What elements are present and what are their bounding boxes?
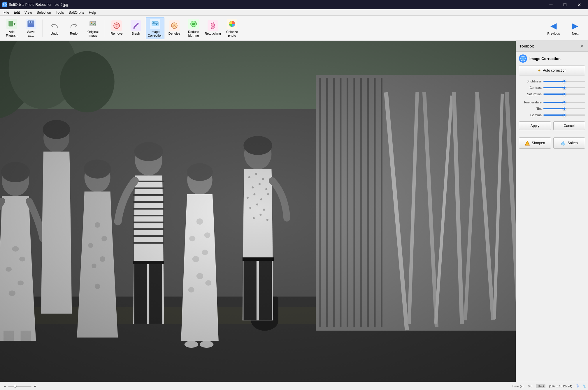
contrast-slider[interactable]: [543, 87, 585, 88]
toolbar-group-files: AddFile(s)... Saveas...: [2, 17, 40, 39]
original-svg: [89, 20, 97, 28]
zoom-in-button[interactable]: +: [33, 384, 37, 389]
menu-view[interactable]: View: [22, 10, 34, 15]
reduce-blurring-button[interactable]: Reduceblurring: [184, 17, 203, 39]
remove-button[interactable]: Remove: [107, 17, 126, 39]
brush-button[interactable]: Brush: [127, 17, 145, 39]
previous-arrow-icon: ◀: [550, 21, 557, 31]
menu-help[interactable]: Help: [87, 10, 99, 15]
canvas-area[interactable]: [0, 41, 516, 382]
time-label: Time (s):: [512, 384, 524, 388]
saturation-row: Saturation: [519, 92, 585, 96]
denoise-button[interactable]: Denoise: [165, 17, 184, 39]
svg-point-17: [173, 24, 174, 26]
title-bar-left: SO SoftOrbits Photo Retoucher - old-5.jp…: [2, 2, 68, 7]
toolbar-group-edit: Undo Redo OriginalImage: [45, 17, 102, 39]
zoom-thumb: [14, 385, 17, 388]
photo-svg: [0, 41, 516, 382]
denoise-svg: [170, 22, 178, 30]
minimize-button[interactable]: ─: [544, 0, 558, 9]
image-correction-button[interactable]: ImageCorrection: [146, 17, 164, 39]
sharpen-icon: [525, 140, 530, 146]
save-svg: [27, 20, 35, 28]
add-file-button[interactable]: AddFile(s)...: [2, 17, 21, 39]
denoise-label: Denoise: [168, 32, 180, 36]
window-title: SoftOrbits Photo Retoucher - old-5.jpg: [9, 3, 68, 7]
cancel-button[interactable]: Cancel: [553, 121, 585, 130]
svg-point-14: [153, 22, 155, 23]
format-badge: JPG: [536, 384, 545, 388]
soften-icon: [561, 140, 566, 146]
sharpen-button[interactable]: Sharpen: [519, 137, 551, 149]
menu-selection[interactable]: Selection: [34, 10, 53, 15]
gamma-thumb[interactable]: [563, 113, 566, 117]
menu-softorbits[interactable]: SoftOrbits: [66, 10, 86, 15]
original-image-button[interactable]: OriginalImage: [84, 17, 102, 39]
toolbar-group-tools: Remove Brush Imag: [107, 17, 241, 39]
denoise-icon: [169, 20, 180, 31]
add-file-icon: [6, 19, 17, 29]
sharpen-label: Sharpen: [532, 141, 545, 145]
retouching-button[interactable]: Retouching: [203, 17, 222, 39]
next-arrow-icon: ▶: [572, 21, 578, 31]
share-icon[interactable]: 𝕏: [582, 384, 586, 389]
brightness-slider[interactable]: [543, 81, 585, 82]
menu-edit[interactable]: Edit: [11, 10, 22, 15]
gamma-label: Gamma: [519, 113, 542, 117]
temperature-slider[interactable]: [543, 102, 585, 103]
saturation-slider[interactable]: [543, 93, 585, 95]
original-image-label: OriginalImage: [87, 30, 99, 38]
close-button[interactable]: ✕: [572, 0, 586, 9]
zoom-slider[interactable]: [8, 386, 31, 387]
wand-icon: ✦: [538, 68, 541, 73]
image-correction-header: Image Correction: [519, 54, 585, 63]
saturation-label: Saturation: [519, 92, 542, 96]
apply-button[interactable]: Apply: [519, 121, 551, 130]
auto-correction-button[interactable]: ✦ Auto correction: [519, 66, 585, 75]
sliders-container: Brightness Contrast Saturation: [519, 80, 585, 117]
original-image-icon: [88, 19, 98, 29]
redo-button[interactable]: Redo: [64, 17, 83, 39]
retouching-label: Retouching: [205, 32, 221, 36]
toolbox-close-button[interactable]: ✕: [579, 43, 585, 49]
gamma-fill: [543, 114, 564, 116]
brightness-fill: [543, 81, 564, 82]
colorize-label: Colorizephoto: [226, 30, 238, 38]
correction-svg: [151, 20, 159, 28]
time-value: 0.0: [528, 384, 532, 388]
previous-button[interactable]: ◀ Previous: [543, 17, 564, 39]
status-right: Time (s): 0.0 JPG (1998x1312x24) ⓘ 𝕏: [512, 384, 586, 389]
menu-tools[interactable]: Tools: [53, 10, 66, 15]
undo-button[interactable]: Undo: [45, 17, 64, 39]
brightness-thumb[interactable]: [563, 80, 566, 83]
svg-rect-6: [30, 21, 31, 23]
remove-label: Remove: [111, 32, 123, 36]
svg-rect-0: [9, 21, 13, 26]
soften-button[interactable]: Soften: [553, 137, 585, 149]
svg-point-9: [114, 23, 120, 29]
menu-file[interactable]: File: [1, 10, 11, 15]
save-as-icon: [26, 19, 36, 29]
tint-thumb[interactable]: [563, 107, 566, 110]
image-correction-section-icon: [519, 54, 527, 63]
previous-label: Previous: [547, 32, 560, 35]
toolbar-right: ◀ Previous ▶ Next: [543, 17, 586, 39]
zoom-out-button[interactable]: −: [2, 384, 7, 389]
temperature-thumb[interactable]: [563, 100, 566, 104]
tint-slider[interactable]: [543, 108, 585, 109]
gamma-row: Gamma: [519, 113, 585, 117]
contrast-thumb[interactable]: [563, 86, 566, 89]
maximize-button[interactable]: □: [558, 0, 572, 9]
svg-point-22: [211, 23, 215, 27]
info-icon[interactable]: ⓘ: [576, 384, 579, 388]
colorize-button[interactable]: Colorizephoto: [223, 17, 241, 39]
brightness-row: Brightness: [519, 80, 585, 83]
toolbox-divider: [519, 135, 585, 135]
next-button[interactable]: ▶ Next: [565, 17, 586, 39]
save-as-button[interactable]: Saveas...: [22, 17, 40, 39]
saturation-thumb[interactable]: [563, 92, 566, 96]
toolbox-header: Toolbox ✕: [516, 41, 588, 52]
gamma-slider[interactable]: [543, 114, 585, 116]
toolbox-panel: Toolbox ✕ Image Correction ✦ Auto correc…: [516, 41, 588, 382]
soften-label: Soften: [568, 141, 578, 145]
